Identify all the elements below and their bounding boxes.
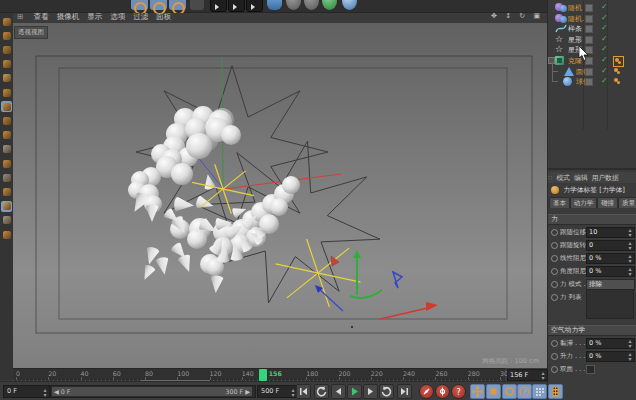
tab-质量[interactable]: 质量 [618, 197, 636, 208]
object-row-随机.1[interactable]: 随机.1✓ [548, 13, 636, 24]
layer-toggle[interactable] [585, 78, 593, 86]
param-value-field[interactable]: 0 %▴▾ [586, 253, 635, 264]
param-value-field[interactable]: 0 %▴▾ [586, 266, 635, 277]
animation-dot-icon[interactable] [551, 281, 558, 288]
tab-碰撞[interactable]: 碰撞 [597, 197, 618, 208]
workplane-snap-tool[interactable] [1, 201, 12, 212]
force-list-box[interactable] [586, 289, 634, 319]
snap-tool[interactable] [1, 172, 12, 183]
toolbar-icon-play-3[interactable] [246, 0, 263, 12]
record-options-button[interactable]: ? [451, 384, 466, 399]
play-loop-button[interactable] [379, 384, 394, 399]
axis-mode-tool[interactable] [1, 130, 12, 141]
start-frame-field[interactable]: 0 F▴▾ [3, 385, 50, 398]
quantize-tool[interactable] [1, 229, 12, 240]
param-value-field[interactable]: 0 %▴▾ [586, 338, 635, 349]
layer-toggle[interactable] [585, 36, 593, 44]
keyframe-rotation-toggle[interactable] [502, 384, 517, 399]
viewport-panel-grid-icon[interactable]: ⊞ [17, 12, 23, 21]
animation-dot-icon[interactable] [551, 294, 558, 301]
play-forwards-button[interactable] [347, 384, 362, 399]
object-row-样条[interactable]: 样条✓ [548, 23, 636, 34]
object-row-圆锥[interactable]: 圆锥✓ [548, 66, 636, 77]
object-name[interactable]: 样条 [568, 24, 582, 34]
toolbar-icon-play-1[interactable] [210, 0, 227, 12]
section-空气动力学[interactable]: 空气动力学 [548, 325, 636, 336]
enable-axis-tool[interactable] [1, 158, 12, 169]
animation-dot-icon[interactable] [551, 229, 558, 236]
play-backwards-button[interactable] [314, 384, 329, 399]
enabled-check-icon[interactable]: ✓ [601, 44, 608, 53]
enabled-check-icon[interactable]: ✓ [601, 76, 608, 85]
workplane-mode-tool[interactable] [1, 59, 12, 70]
record-keyframe-button[interactable] [419, 384, 434, 399]
object-row-球体[interactable]: 球体✓ [548, 76, 636, 87]
param-checkbox[interactable] [586, 365, 595, 374]
viewport-menu-2[interactable]: 显示 [87, 12, 102, 22]
object-row-克隆[interactable]: 克隆✓ [548, 55, 636, 66]
edges-mode-tool[interactable] [1, 87, 12, 98]
dynamics-body-tag-icon[interactable] [613, 67, 622, 76]
viewport-canvas[interactable]: 透视视图 网格间距 : 100 cm [13, 23, 547, 368]
previous-frame-button[interactable] [331, 384, 346, 399]
layer-toggle[interactable] [585, 46, 593, 54]
keyframe-pla-toggle[interactable] [532, 384, 547, 399]
layer-toggle[interactable] [585, 25, 593, 33]
object-row-星形[interactable]: ☆星形✓ [548, 34, 636, 45]
tweak-mode-tool[interactable] [1, 115, 12, 126]
snap-settings-tool[interactable] [1, 186, 12, 197]
object-name[interactable]: 星形 [568, 35, 582, 45]
animation-dot-icon[interactable] [551, 353, 558, 360]
toolbar-icon-blue-3[interactable] [169, 0, 186, 10]
enabled-check-icon[interactable]: ✓ [601, 13, 608, 22]
keyframe-parameter-toggle[interactable]: P [517, 384, 532, 399]
goto-start-button[interactable] [296, 384, 311, 399]
param-value-field[interactable]: 0 %▴▾ [586, 351, 635, 362]
param-value-field[interactable]: 10▴▾ [586, 227, 635, 238]
object-name[interactable]: 随机 [568, 3, 582, 13]
viewport-menu-5[interactable]: 面板 [156, 12, 171, 22]
dynamics-body-tag-icon[interactable] [613, 77, 622, 86]
attribute-menu-0[interactable]: 模式 [557, 173, 571, 183]
goto-end-button[interactable] [397, 384, 412, 399]
param-value-field[interactable]: 0▴▾ [586, 240, 635, 251]
tab-动力学[interactable]: 动力学 [570, 197, 597, 208]
enabled-check-icon[interactable]: ✓ [601, 2, 608, 11]
section-力[interactable]: 力 [548, 214, 636, 225]
toolbar-icon-blue-2[interactable] [150, 0, 167, 10]
autokey-button[interactable] [435, 384, 450, 399]
toolbar-icon-sphere-2[interactable] [304, 0, 319, 10]
animation-dot-icon[interactable] [551, 340, 558, 347]
make-editable-tool[interactable] [1, 16, 12, 27]
expand-arrow-icon[interactable]: ▸ [578, 293, 581, 300]
layer-toggle[interactable] [585, 68, 593, 76]
attribute-menu-2[interactable]: 用户数据 [592, 173, 619, 183]
toolbar-icon-ball[interactable] [342, 0, 357, 10]
enabled-check-icon[interactable]: ✓ [601, 23, 608, 32]
object-row-随机[interactable]: 随机✓ [548, 2, 636, 13]
viewport-view-icons[interactable]: ✥ ↕ ↻ ▣ [491, 12, 543, 20]
tab-基本[interactable]: 基本 [549, 197, 570, 208]
enabled-check-icon[interactable]: ✓ [601, 34, 608, 43]
model-mode-tool[interactable] [1, 30, 12, 41]
panel-grid-icon[interactable]: ∷ [548, 174, 552, 182]
viewport-menu-1[interactable]: 摄像机 [57, 12, 80, 22]
enabled-check-icon[interactable]: ✓ [601, 66, 608, 75]
toolbar-icon-green[interactable] [322, 0, 337, 10]
viewport-menu-3[interactable]: 选项 [110, 12, 125, 22]
animation-dot-icon[interactable] [551, 242, 558, 249]
object-name[interactable]: 克隆 [568, 56, 582, 66]
viewport-panel[interactable]: ⊞ 查看摄像机显示选项过滤面板 ✥ ↕ ↻ ▣ 透视视图 网格间距 : 100 … [13, 13, 547, 368]
current-frame-field[interactable]: 156 F▴▾ [507, 369, 548, 381]
polygons-mode-tool[interactable] [1, 101, 12, 112]
layer-toggle[interactable] [585, 4, 593, 12]
viewport-menu-4[interactable]: 过滤 [133, 12, 148, 22]
magnet-tool[interactable] [1, 215, 12, 226]
animation-dot-icon[interactable] [551, 268, 558, 275]
timeline-window-button[interactable] [548, 384, 563, 399]
keyframe-scale-toggle[interactable] [486, 384, 501, 399]
toolbar-icon-play-2[interactable] [228, 0, 245, 12]
layer-toggle[interactable] [585, 57, 593, 65]
points-mode-tool[interactable] [1, 73, 12, 84]
next-frame-button[interactable] [363, 384, 378, 399]
